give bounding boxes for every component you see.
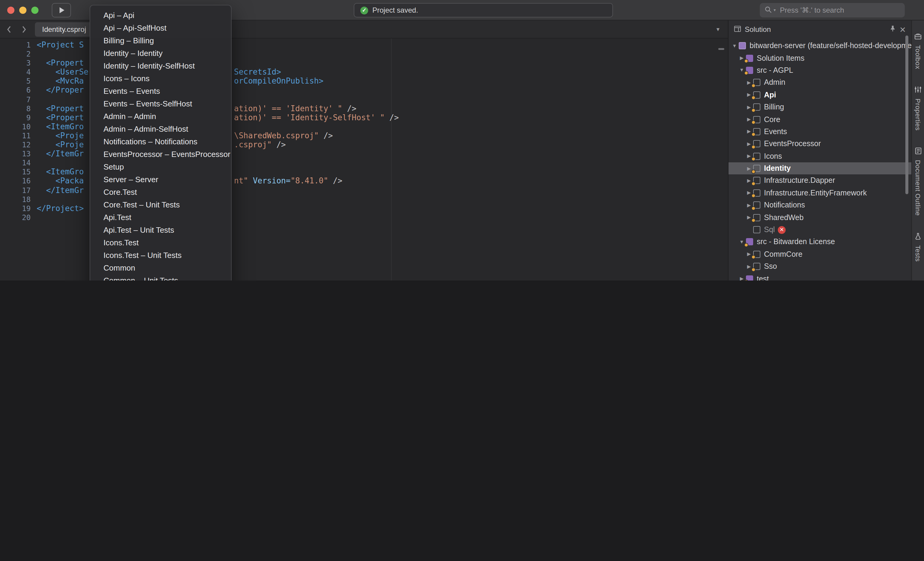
tree-item-billing[interactable]: ▶Billing — [729, 101, 911, 113]
tree-item-admin[interactable]: ▶Admin — [729, 76, 911, 89]
run-config-menu-item-setup[interactable]: Setup — [90, 160, 231, 173]
dock-tab-document-outline[interactable]: Document Outline — [914, 146, 922, 216]
run-config-menu-item-identity-identity[interactable]: Identity – Identity — [90, 47, 231, 60]
tree-item-label: bitwarden-server (feature/self-hosted-de… — [750, 42, 912, 50]
tree-item-label: Notifications — [764, 201, 805, 209]
dock-tab-tests[interactable]: Tests — [914, 232, 922, 262]
run-config-menu-item-events-events[interactable]: Events – Events — [90, 85, 231, 97]
modified-badge-icon — [752, 182, 756, 186]
chevron-down-icon: ▾ — [774, 8, 776, 13]
tree-item-identity[interactable]: ▶Identity — [729, 162, 911, 175]
code-text: </ItemGr — [37, 149, 84, 158]
code-text: .csproj" /> — [234, 140, 286, 149]
status-message-pill: ✓ Project saved. — [354, 3, 613, 18]
project-icon — [753, 262, 760, 270]
search-placeholder: Press '⌘.' to search — [780, 6, 844, 15]
dock-tab-toolbox[interactable]: Toolbox — [914, 31, 922, 69]
tree-item-label: Solution Items — [757, 54, 804, 62]
run-config-menu-item-icons-icons[interactable]: Icons – Icons — [90, 72, 231, 85]
code-text: <Project S — [37, 40, 84, 49]
tree-item-bitwarden-server-feature-self-hosted-development[interactable]: ▼bitwarden-server (feature/self-hosted-d… — [729, 40, 911, 52]
run-config-menu-item-api-api[interactable]: Api – Api — [90, 9, 231, 22]
run-config-menu-item-icons-test-unit-tests[interactable]: Icons.Test – Unit Tests — [90, 249, 231, 262]
tree-item-api[interactable]: ▶Api — [729, 89, 911, 101]
search-input[interactable]: ▾ Press '⌘.' to search — [760, 3, 905, 18]
search-icon — [765, 5, 772, 16]
run-config-menu-item-server-server[interactable]: Server – Server — [90, 173, 231, 186]
folder-icon — [746, 66, 753, 74]
tree-item-icons[interactable]: ▶Icons — [729, 150, 911, 162]
tree-item-solution-items[interactable]: ▶Solution Items — [729, 52, 911, 64]
run-config-menu-item-core-test[interactable]: Core.Test — [90, 186, 231, 198]
solution-pad-header: Solution ✕ — [729, 21, 911, 39]
editor-scrollbar[interactable] — [718, 48, 724, 50]
disclosure-triangle[interactable]: ▼ — [731, 43, 738, 48]
solution-tree-scrollbar[interactable] — [905, 36, 908, 194]
tree-item-sso[interactable]: ▶Sso — [729, 260, 911, 273]
tab-label: Identity.csproj — [42, 25, 86, 33]
tree-item-notifications[interactable]: ▶Notifications — [729, 199, 911, 211]
tree-item-label: Api — [764, 91, 776, 99]
disclosure-triangle[interactable]: ▶ — [738, 276, 746, 280]
run-config-menu-item-identity-identity-selfhost[interactable]: Identity – Identity-SelfHost — [90, 60, 231, 72]
pin-icon[interactable] — [890, 25, 896, 34]
tree-item-src-agpl[interactable]: ▼src - AGPL — [729, 64, 911, 77]
tree-item-sharedweb[interactable]: ▶SharedWeb — [729, 211, 911, 224]
line-number: 20 — [0, 214, 31, 223]
tree-item-infrastructure-dapper[interactable]: ▶Infrastructure.Dapper — [729, 175, 911, 187]
tests-icon — [914, 232, 922, 242]
modified-badge-icon — [752, 120, 756, 124]
run-config-menu-item-admin-admin[interactable]: Admin – Admin — [90, 110, 231, 123]
line-number: 8 — [0, 104, 31, 113]
run-config-menu-item-eventsprocessor-eventsprocessor[interactable]: EventsProcessor – EventsProcessor — [90, 148, 231, 160]
tree-item-events[interactable]: ▶Events — [729, 126, 911, 138]
code-text: nt" Version="8.41.0" /> — [234, 177, 342, 186]
tree-item-commcore[interactable]: ▶CommCore — [729, 248, 911, 260]
line-number: 2 — [0, 50, 31, 59]
modified-badge-icon — [752, 133, 756, 137]
modified-badge-icon — [752, 218, 756, 223]
navigate-forward-button[interactable] — [18, 23, 30, 35]
tree-item-sql[interactable]: Sql✕ — [729, 224, 911, 236]
zoom-window-button[interactable] — [31, 6, 39, 13]
line-number: 4 — [0, 68, 31, 77]
code-text: </Proper — [37, 86, 84, 95]
code-text: <UserSe — [37, 68, 88, 77]
run-config-menu-item-events-events-selfhost[interactable]: Events – Events-SelfHost — [90, 97, 231, 110]
tree-item-core[interactable]: ▶Core — [729, 113, 911, 126]
run-config-menu-item-billing-billing[interactable]: Billing – Billing — [90, 34, 231, 47]
tree-item-eventsprocessor[interactable]: ▶EventsProcessor — [729, 138, 911, 150]
code-text: ation)' == 'Identity-SelfHost' " /> — [234, 113, 399, 122]
tree-item-src-bitwarden-license[interactable]: ▼src - Bitwarden License — [729, 236, 911, 248]
window-controls — [7, 6, 39, 13]
minimize-window-button[interactable] — [19, 6, 27, 13]
run-config-menu-item-common[interactable]: Common — [90, 262, 231, 274]
dock-tab-properties[interactable]: Properties — [914, 85, 922, 130]
code-text: <Propert — [37, 58, 84, 67]
run-config-menu-item-core-test-unit-tests[interactable]: Core.Test – Unit Tests — [90, 198, 231, 211]
run-config-menu-item-notifications-notifications[interactable]: Notifications – Notifications — [90, 135, 231, 148]
line-number: 18 — [0, 195, 31, 204]
run-config-menu-item-icons-test[interactable]: Icons.Test — [90, 236, 231, 249]
run-config-menu-item-api-test[interactable]: Api.Test — [90, 211, 231, 224]
line-number: 14 — [0, 159, 31, 168]
modified-badge-icon — [752, 108, 756, 112]
run-config-menu-item-admin-admin-selfhost[interactable]: Admin – Admin-SelfHost — [90, 123, 231, 135]
project-icon — [753, 214, 760, 221]
modified-badge-icon — [752, 169, 756, 174]
run-button[interactable] — [52, 3, 71, 17]
code-text: <Propert — [37, 104, 84, 113]
run-config-menu-item-api-test-unit-tests[interactable]: Api.Test – Unit Tests — [90, 224, 231, 236]
modified-badge-icon — [752, 255, 756, 259]
run-config-menu-item-api-api-selfhost[interactable]: Api – Api-SelfHost — [90, 22, 231, 34]
tab-identity-csproj[interactable]: Identity.csproj — [35, 22, 93, 36]
code-text: SecretsId> — [234, 68, 281, 77]
run-config-menu-item-common-unit-tests[interactable]: Common – Unit Tests — [90, 274, 231, 280]
tree-item-test[interactable]: ▶test — [729, 273, 911, 280]
project-icon — [753, 140, 760, 148]
close-icon[interactable]: ✕ — [899, 25, 906, 33]
tab-list-chevron-icon[interactable]: ▾ — [717, 26, 720, 33]
close-window-button[interactable] — [7, 6, 14, 13]
tree-item-infrastructure-entityframework[interactable]: ▶Infrastructure.EntityFramework — [729, 187, 911, 199]
navigate-back-button[interactable] — [3, 23, 15, 35]
